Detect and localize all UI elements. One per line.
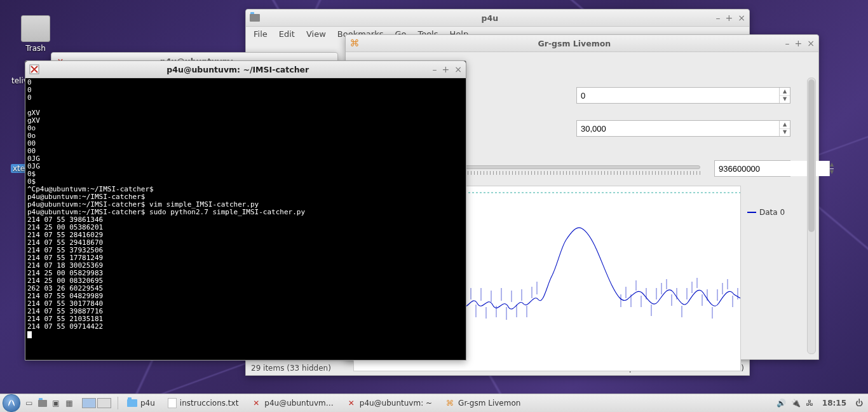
plot-legend: Data 0 xyxy=(747,208,785,217)
spin-input-1-field[interactable] xyxy=(577,88,779,103)
status-items: 29 items (33 hidden) xyxy=(251,364,331,373)
task-p4u[interactable]: p4u xyxy=(121,395,161,411)
spin-up-icon[interactable]: ▲ xyxy=(780,121,790,129)
task-label: p4u@ubuntuvm… xyxy=(264,399,333,408)
xterm-icon: ✕ xyxy=(251,398,261,408)
show-desktop-button[interactable]: ▭ xyxy=(23,397,36,409)
minimize-button[interactable]: – xyxy=(716,13,721,22)
spin-input-2[interactable]: ▲▼ xyxy=(576,120,790,137)
minimize-button[interactable]: – xyxy=(785,39,790,48)
maximize-button[interactable]: + xyxy=(726,13,733,22)
close-button[interactable]: × xyxy=(454,65,462,74)
titlebar[interactable]: p4u@ubuntuvm: ~/IMSI-catcher – + × xyxy=(25,61,466,78)
quick-launch: ▭ ▣ ▦ xyxy=(23,397,76,409)
trash-icon xyxy=(21,15,50,42)
workspace-2[interactable] xyxy=(97,398,111,408)
close-button[interactable]: × xyxy=(807,39,815,48)
task-label: p4u xyxy=(140,399,155,408)
system-tray: 🔊 🔌 🖧 18:15 ⏻ xyxy=(771,399,868,408)
spin-down-icon[interactable]: ▼ xyxy=(780,96,790,104)
window-title: p4u xyxy=(264,13,716,23)
folder-icon xyxy=(250,13,260,23)
task-label: p4u@ubuntuvm: ~ xyxy=(360,399,432,408)
window-title: p4u@ubuntuvm: ~/IMSI-catcher xyxy=(43,65,433,74)
menu-edit[interactable]: Edit xyxy=(279,29,295,39)
window-terminal-imsi[interactable]: p4u@ubuntuvm: ~/IMSI-catcher – + × 0 0 0… xyxy=(25,60,466,360)
clock[interactable]: 18:15 xyxy=(818,399,850,408)
taskbar: ▭ ▣ ▦ p4u instruccions.txt ✕ p4u@ubuntuv… xyxy=(0,394,868,412)
xterm-icon: ✕ xyxy=(346,398,356,408)
start-menu-button[interactable] xyxy=(3,394,20,412)
desktop-icon-label: Trash xyxy=(21,44,50,53)
task-instruccions[interactable]: instruccions.txt xyxy=(162,395,245,411)
folder-icon xyxy=(127,398,137,408)
shutdown-icon[interactable]: ⏻ xyxy=(855,399,863,408)
titlebar[interactable]: p4u – + × xyxy=(246,10,749,27)
network-icon[interactable]: 🖧 xyxy=(806,399,813,408)
separator xyxy=(118,397,118,409)
terminal-output[interactable]: 0 0 0 gXV gXV 0o 0o 00 00 0JG 0JG 0$ 0$ … xyxy=(25,78,466,339)
workspace-pager[interactable] xyxy=(82,398,111,408)
spin-up-icon[interactable]: ▲ xyxy=(780,88,790,96)
file-manager-launcher[interactable] xyxy=(36,397,49,409)
vertical-scrollbar[interactable] xyxy=(807,78,816,354)
spin-down-icon[interactable]: ▼ xyxy=(830,169,834,177)
maximize-button[interactable]: + xyxy=(442,65,450,74)
task-label: instruccions.txt xyxy=(180,399,239,408)
menu-view[interactable]: View xyxy=(306,29,326,39)
desktop-icon-trash[interactable]: Trash xyxy=(21,15,50,53)
power-icon[interactable]: 🔌 xyxy=(791,399,801,408)
titlebar[interactable]: ⌘ Gr-gsm Livemon – + × xyxy=(346,35,818,52)
spin-down-icon[interactable]: ▼ xyxy=(780,129,790,137)
minimize-button[interactable]: – xyxy=(433,65,437,74)
terminal-launcher[interactable]: ▣ xyxy=(50,397,62,409)
xterm-icon xyxy=(29,64,39,74)
spin-input-2-field[interactable] xyxy=(577,121,779,136)
workspace-1[interactable] xyxy=(82,398,96,408)
spin-input-frequency[interactable]: ▲▼ xyxy=(714,160,790,177)
task-label: Gr-gsm Livemon xyxy=(458,399,520,408)
volume-icon[interactable]: 🔊 xyxy=(776,399,786,408)
text-file-icon xyxy=(168,398,177,408)
window-title: Gr-gsm Livemon xyxy=(363,39,785,48)
task-grgsm[interactable]: ⌘ Gr-gsm Livemon xyxy=(439,395,526,411)
gnuradio-icon: ⌘ xyxy=(349,38,360,48)
close-button[interactable]: × xyxy=(738,13,745,22)
legend-swatch xyxy=(747,212,756,213)
spin-input-1[interactable]: ▲▼ xyxy=(576,87,790,104)
menu-file[interactable]: File xyxy=(254,29,268,39)
task-terminal-2[interactable]: ✕ p4u@ubuntuvm: ~ xyxy=(341,395,438,411)
maximize-button[interactable]: + xyxy=(795,39,803,48)
gnuradio-icon: ⌘ xyxy=(445,398,455,408)
browser-launcher[interactable]: ▦ xyxy=(63,397,76,409)
task-terminal-1[interactable]: ✕ p4u@ubuntuvm… xyxy=(245,395,339,411)
scrollbar-thumb[interactable] xyxy=(808,79,815,232)
spin-up-icon[interactable]: ▲ xyxy=(830,161,834,169)
legend-label: Data 0 xyxy=(759,208,785,217)
